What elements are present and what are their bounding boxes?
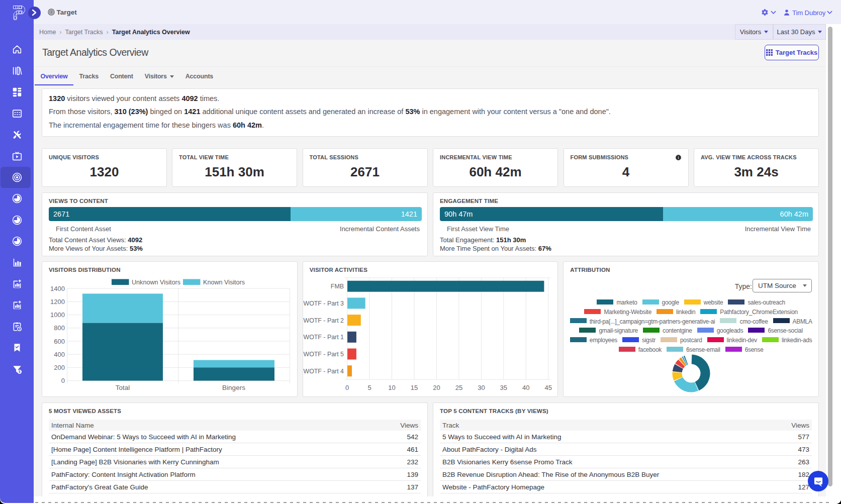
svg-text:15: 15 (410, 384, 417, 391)
svg-text:35: 35 (500, 384, 507, 391)
svg-text:600: 600 (54, 338, 65, 345)
svg-text:1400: 1400 (50, 285, 65, 292)
svg-text:$: $ (19, 370, 21, 374)
svg-text:Known Visitors: Known Visitors (203, 279, 245, 286)
svg-text:45: 45 (544, 384, 551, 391)
svg-text:WOTF - Part 5: WOTF - Part 5 (303, 351, 344, 358)
svg-text:WOTF - Part 3: WOTF - Part 3 (303, 300, 344, 307)
svg-text:25: 25 (455, 384, 462, 391)
svg-text:5: 5 (367, 384, 371, 391)
svg-text:40: 40 (522, 384, 529, 391)
svg-text:Unknown Visitors: Unknown Visitors (132, 279, 180, 286)
svg-text:30: 30 (478, 384, 485, 391)
svg-text:WOTF - Part 2: WOTF - Part 2 (303, 317, 344, 324)
svg-text:400: 400 (54, 351, 65, 358)
svg-text:800: 800 (54, 324, 65, 332)
svg-text:FMB: FMB (331, 283, 344, 290)
svg-text:200: 200 (54, 364, 65, 371)
svg-text:20: 20 (433, 384, 440, 391)
svg-text:WOTF - Part 4: WOTF - Part 4 (303, 368, 344, 375)
svg-text:0: 0 (345, 384, 349, 391)
svg-text:10: 10 (388, 384, 395, 391)
svg-text:1200: 1200 (50, 298, 65, 306)
svg-text:WOTF - Part 1: WOTF - Part 1 (303, 334, 344, 341)
svg-text:1000: 1000 (50, 311, 65, 319)
svg-text:0: 0 (61, 377, 65, 384)
svg-text:Total: Total (116, 384, 130, 391)
svg-text:Bingers: Bingers (222, 384, 245, 391)
